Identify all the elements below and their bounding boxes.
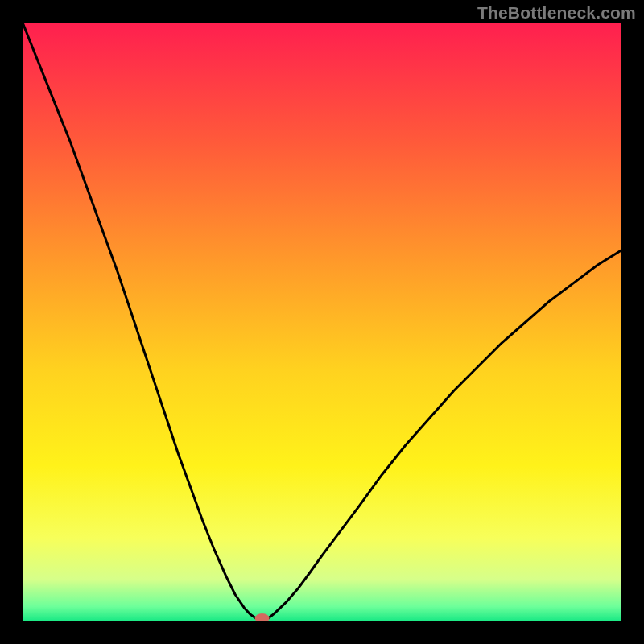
gradient-background xyxy=(23,23,621,621)
watermark-text: TheBottleneck.com xyxy=(477,3,636,23)
chart-frame xyxy=(23,23,621,621)
bottleneck-chart xyxy=(23,23,621,621)
plot-area xyxy=(23,23,621,621)
